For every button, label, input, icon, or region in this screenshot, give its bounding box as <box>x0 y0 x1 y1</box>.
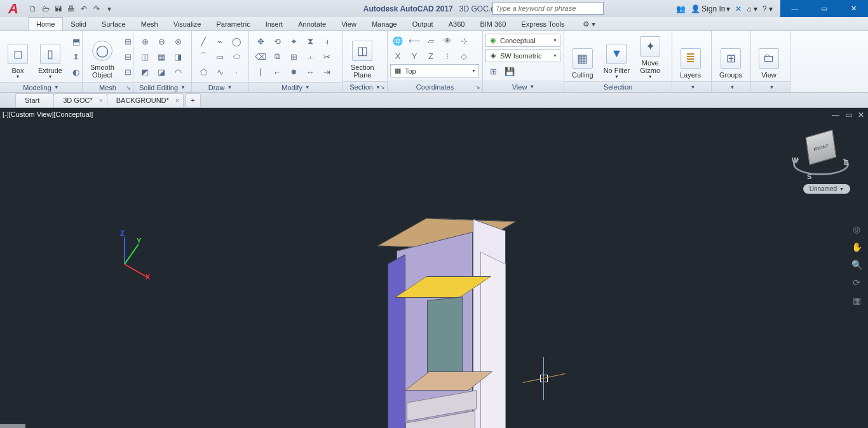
minimize-button[interactable]: — <box>780 0 810 17</box>
trim-icon[interactable]: ✂ <box>319 50 334 64</box>
box-button[interactable]: ◻ Box ▼ <box>3 32 33 80</box>
qat-more-icon[interactable]: ▾ <box>104 4 114 14</box>
new-tab-button[interactable]: + <box>186 93 201 107</box>
ucs-world-icon[interactable]: 🌐 <box>390 34 405 48</box>
shell-icon[interactable]: ◪ <box>154 65 169 79</box>
smooth-object-button[interactable]: ◯ Smooth Object <box>85 32 119 80</box>
keyword-search[interactable] <box>492 2 604 15</box>
ucs-face-icon[interactable]: ▱ <box>423 34 438 48</box>
erase-icon[interactable]: ⌫ <box>253 50 268 64</box>
groups-button[interactable]: ⊞ Groups <box>714 32 747 80</box>
infocenter-icon[interactable]: 👥 <box>676 4 686 13</box>
panel-title-view[interactable]: View▼ <box>483 81 564 92</box>
panel-title-coordinates[interactable]: Coordinates↘ <box>388 81 482 92</box>
thicken-icon[interactable]: ▦ <box>154 50 169 64</box>
showmotion-icon[interactable]: ▦ <box>850 293 864 307</box>
intersect-icon[interactable]: ⊗ <box>170 34 186 48</box>
no-filter-button[interactable]: ▼ No Filter ▼ <box>599 32 635 80</box>
ucs-view-icon[interactable]: 👁 <box>440 34 455 48</box>
imprint-icon[interactable]: ◩ <box>137 65 153 79</box>
panel-title-selection[interactable]: Selection <box>564 81 672 92</box>
visual-style-dropdown[interactable]: ◉ Conceptual▼ <box>485 34 560 47</box>
spline-icon[interactable]: ∿ <box>212 65 227 79</box>
close-tab-icon[interactable]: × <box>175 97 179 104</box>
layers-button[interactable]: ≣ Layers <box>675 32 706 80</box>
tab-annotate[interactable]: Annotate <box>290 18 334 30</box>
ucs-origin-icon[interactable]: ⊹ <box>456 34 471 48</box>
explode-icon[interactable]: ✸ <box>286 65 301 79</box>
tab-bim360[interactable]: BIM 360 <box>472 18 513 30</box>
extend-icon[interactable]: ⇥ <box>319 65 334 79</box>
line-icon[interactable]: ╱ <box>196 34 211 48</box>
help-icon[interactable]: ? ▾ <box>763 4 773 13</box>
exchange-icon[interactable]: ✕ <box>735 4 742 13</box>
named-view-badge[interactable]: Unnamed ▼ <box>803 184 850 194</box>
move-gizmo-button[interactable]: ✦ Move Gizmo ▼ <box>635 32 665 80</box>
panel-title-modify[interactable]: Modify▼ <box>249 82 342 92</box>
panel-title-mesh[interactable]: Mesh↘ <box>83 82 133 92</box>
app-logo[interactable]: A <box>0 0 27 17</box>
circle-icon[interactable]: ◯ <box>229 34 244 48</box>
tab-manage[interactable]: Manage <box>364 18 405 30</box>
ribbon-settings-icon[interactable]: ⚙ ▾ <box>578 18 600 30</box>
scale3d-icon[interactable]: ✦ <box>286 34 301 48</box>
stretch-icon[interactable]: ↔ <box>302 65 318 79</box>
doctab-background[interactable]: BACKGROUND*× <box>107 93 184 107</box>
ucs-3p-icon[interactable]: ⁝ <box>440 49 455 63</box>
close-tab-icon[interactable]: × <box>99 97 103 104</box>
model-viewport[interactable]: [-][Custom View][Conceptual] — ▭ ✕ Z Y X… <box>0 108 868 428</box>
tab-surface[interactable]: Surface <box>94 18 133 30</box>
new-icon[interactable]: 🗋 <box>28 4 38 14</box>
fillet2d-icon[interactable]: ⌈ <box>253 65 268 79</box>
offset-icon[interactable]: ⫠ <box>302 50 318 64</box>
point-icon[interactable]: · <box>229 65 244 79</box>
print-icon[interactable]: 🖶 <box>66 4 76 14</box>
zoom-icon[interactable]: 🔍 <box>850 258 864 272</box>
named-ucs-dropdown[interactable]: ▦ Top▼ <box>390 64 479 77</box>
ucs-y-icon[interactable]: Y <box>407 49 422 63</box>
compass-s[interactable]: S <box>807 173 811 180</box>
subtract-icon[interactable]: ⊖ <box>154 34 169 48</box>
copy-icon[interactable]: ⧉ <box>269 50 285 64</box>
tab-solid[interactable]: Solid <box>63 18 93 30</box>
ucs-icon[interactable]: Z Y X <box>124 264 125 264</box>
ucs-x-icon[interactable]: X <box>390 49 405 63</box>
view-nav-icon[interactable]: ⊞ <box>485 64 501 78</box>
polysolid-icon[interactable]: ⬒ <box>69 34 84 48</box>
viewport-close-icon[interactable]: ✕ <box>857 110 865 119</box>
save-icon[interactable]: 🖬 <box>53 4 64 14</box>
orbit-icon[interactable]: ⟳ <box>850 276 864 290</box>
tab-parametric[interactable]: Parametric <box>208 18 257 30</box>
panel-title-view-big[interactable]: ▼ <box>751 81 790 92</box>
ucs-z-icon[interactable]: Z <box>423 49 438 63</box>
culling-button[interactable]: ▦ Culling <box>567 32 599 80</box>
ucs-prev-icon[interactable]: ⟵ <box>407 34 422 48</box>
view-button[interactable]: 🗀 View <box>754 32 784 80</box>
slice-icon[interactable]: ◫ <box>137 50 153 64</box>
viewport-max-icon[interactable]: ▭ <box>844 110 853 119</box>
sign-in-button[interactable]: 👤 Sign In ▾ <box>691 4 730 13</box>
tab-output[interactable]: Output <box>405 18 441 30</box>
tab-home[interactable]: Home <box>28 17 63 30</box>
fillet-icon[interactable]: ◠ <box>170 65 186 79</box>
panel-title-groups[interactable]: ▼ <box>712 81 750 92</box>
tab-express-tools[interactable]: Express Tools <box>513 18 572 30</box>
model-wardrobe[interactable] <box>381 229 508 428</box>
open-icon[interactable]: 🗁 <box>41 4 51 14</box>
chamfer-icon[interactable]: ⌐ <box>269 65 285 79</box>
panel-title-modeling[interactable]: Modeling▼ <box>0 82 82 92</box>
tab-visualize[interactable]: Visualize <box>166 18 209 30</box>
rotate3d-icon[interactable]: ⟲ <box>269 34 285 48</box>
undo-icon[interactable]: ↶ <box>79 4 89 14</box>
doctab-start[interactable]: Start <box>15 93 54 107</box>
doctab-3dgoc[interactable]: 3D GOC*× <box>53 93 107 107</box>
view-cube[interactable]: FRONT W S E <box>796 127 846 178</box>
presspull-icon[interactable]: ⇕ <box>69 50 84 64</box>
arc-icon[interactable]: ⌒ <box>196 50 211 64</box>
view-cube-compass[interactable] <box>793 154 849 175</box>
section-plane-button[interactable]: ◫ Section Plane <box>346 32 379 80</box>
tab-a360[interactable]: A360 <box>441 18 473 30</box>
align3d-icon[interactable]: ⫞ <box>319 34 334 48</box>
array-icon[interactable]: ⊞ <box>286 50 301 64</box>
tab-insert[interactable]: Insert <box>258 18 291 30</box>
